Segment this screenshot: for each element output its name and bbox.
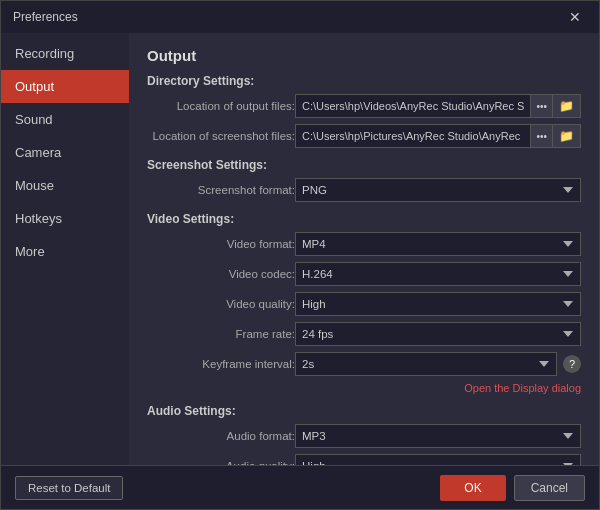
audio-quality-row: Audio quality: High Medium Low (147, 454, 581, 465)
screenshot-format-dropdown[interactable]: PNG JPG BMP GIF (295, 178, 581, 202)
video-section-title: Video Settings: (147, 212, 581, 226)
preferences-dialog: Preferences ✕ Recording Output Sound Cam… (0, 0, 600, 510)
screenshot-section-title: Screenshot Settings: (147, 158, 581, 172)
audio-format-row: Audio format: MP3 AAC WAV FLAC (147, 424, 581, 448)
output-files-row: Location of output files: ••• 📁 (147, 94, 581, 118)
output-folder-button[interactable]: 📁 (553, 94, 581, 118)
keyframe-label: Keyframe interval: (147, 358, 295, 370)
output-files-input-group: ••• 📁 (295, 94, 581, 118)
sidebar: Recording Output Sound Camera Mouse Hotk… (1, 33, 129, 465)
close-button[interactable]: ✕ (563, 7, 587, 27)
footer: Reset to Default OK Cancel (1, 465, 599, 509)
video-format-label: Video format: (147, 238, 295, 250)
sidebar-item-mouse[interactable]: Mouse (1, 169, 129, 202)
sidebar-item-sound[interactable]: Sound (1, 103, 129, 136)
keyframe-dropdown[interactable]: 2s 1s 3s 5s (295, 352, 557, 376)
main-content: Output Directory Settings: Location of o… (129, 33, 599, 465)
output-files-label: Location of output files: (147, 100, 295, 112)
ok-button[interactable]: OK (440, 475, 505, 501)
frame-rate-dropdown[interactable]: 24 fps 30 fps 60 fps (295, 322, 581, 346)
frame-rate-label: Frame rate: (147, 328, 295, 340)
keyframe-help-button[interactable]: ? (563, 355, 581, 373)
screenshot-files-input-group: ••• 📁 (295, 124, 581, 148)
audio-format-dropdown[interactable]: MP3 AAC WAV FLAC (295, 424, 581, 448)
screenshot-files-row: Location of screenshot files: ••• 📁 (147, 124, 581, 148)
display-dialog-link[interactable]: Open the Display dialog (464, 382, 581, 394)
audio-quality-dropdown[interactable]: High Medium Low (295, 454, 581, 465)
output-dots-button[interactable]: ••• (531, 94, 553, 118)
frame-rate-row: Frame rate: 24 fps 30 fps 60 fps (147, 322, 581, 346)
screenshot-path-input[interactable] (295, 124, 531, 148)
cancel-button[interactable]: Cancel (514, 475, 585, 501)
video-codec-dropdown[interactable]: H.264 H.265 VP8 VP9 (295, 262, 581, 286)
keyframe-row: Keyframe interval: 2s 1s 3s 5s ? (147, 352, 581, 376)
screenshot-dots-button[interactable]: ••• (531, 124, 553, 148)
content-area: Recording Output Sound Camera Mouse Hotk… (1, 33, 599, 465)
page-title: Output (147, 47, 581, 64)
sidebar-item-more[interactable]: More (1, 235, 129, 268)
title-bar: Preferences ✕ (1, 1, 599, 33)
video-quality-label: Video quality: (147, 298, 295, 310)
video-format-row: Video format: MP4 MOV AVI MKV WMV (147, 232, 581, 256)
sidebar-item-output[interactable]: Output (1, 70, 129, 103)
sidebar-item-recording[interactable]: Recording (1, 37, 129, 70)
video-quality-dropdown[interactable]: High Medium Low Lossless (295, 292, 581, 316)
video-format-dropdown[interactable]: MP4 MOV AVI MKV WMV (295, 232, 581, 256)
audio-format-label: Audio format: (147, 430, 295, 442)
display-link-row: Open the Display dialog (147, 382, 581, 394)
folder-icon: 📁 (559, 99, 574, 113)
sidebar-item-camera[interactable]: Camera (1, 136, 129, 169)
output-path-input[interactable] (295, 94, 531, 118)
screenshot-folder-button[interactable]: 📁 (553, 124, 581, 148)
footer-buttons: OK Cancel (440, 475, 585, 501)
video-codec-label: Video codec: (147, 268, 295, 280)
video-quality-row: Video quality: High Medium Low Lossless (147, 292, 581, 316)
folder-icon-2: 📁 (559, 129, 574, 143)
directory-section-title: Directory Settings: (147, 74, 581, 88)
screenshot-files-label: Location of screenshot files: (147, 130, 295, 142)
audio-section-title: Audio Settings: (147, 404, 581, 418)
screenshot-format-row: Screenshot format: PNG JPG BMP GIF (147, 178, 581, 202)
screenshot-format-label: Screenshot format: (147, 184, 295, 196)
dialog-title: Preferences (13, 10, 78, 24)
sidebar-item-hotkeys[interactable]: Hotkeys (1, 202, 129, 235)
reset-button[interactable]: Reset to Default (15, 476, 123, 500)
video-codec-row: Video codec: H.264 H.265 VP8 VP9 (147, 262, 581, 286)
